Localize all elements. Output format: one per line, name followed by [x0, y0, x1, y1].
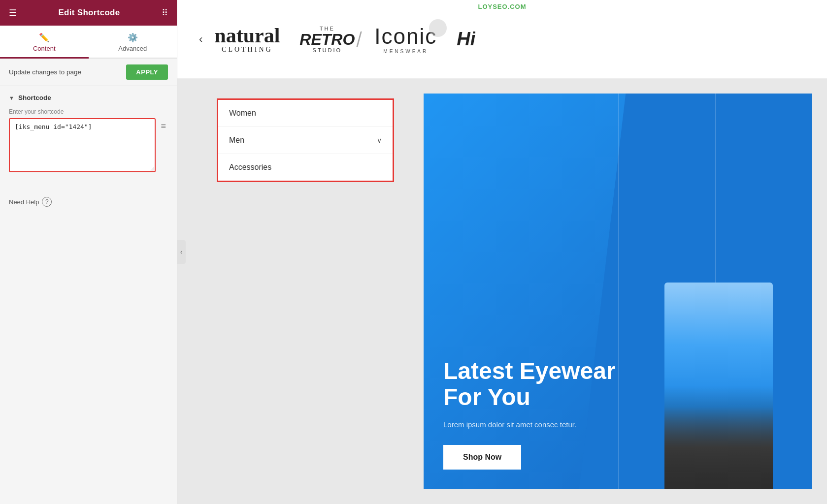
clear-icon: ≡: [161, 121, 166, 131]
section-arrow-icon: ▼: [9, 95, 14, 101]
shortcode-section: ▼ Shortcode Enter your shortcode [iks_me…: [0, 86, 177, 172]
tabs-row: ✏️ Content ⚙️ Advanced: [0, 26, 177, 59]
apply-button[interactable]: APPLY: [126, 64, 168, 80]
section-header: ▼ Shortcode: [9, 94, 168, 101]
collapse-panel-button[interactable]: ‹: [177, 240, 186, 264]
menu-item-women-label: Women: [229, 109, 256, 118]
menu-preview-container: Women Men ∨ Accessories: [197, 94, 414, 489]
retro-slash: /: [354, 28, 364, 51]
shortcode-input-wrap: [iks_menu id="1424"] ≡: [9, 118, 168, 172]
menswear-text: MENSWEAR: [374, 49, 437, 54]
hamburger-icon[interactable]: ☰: [9, 7, 17, 18]
section-title: Shortcode: [18, 94, 51, 101]
brand-nav-prev-button[interactable]: ‹: [192, 33, 209, 46]
shop-now-button[interactable]: Shop Now: [443, 445, 521, 470]
clear-button[interactable]: ≡: [159, 119, 168, 133]
tab-advanced[interactable]: ⚙️ Advanced: [89, 27, 177, 59]
menu-item-accessories[interactable]: Accessories: [218, 154, 393, 181]
shortcode-label: Enter your shortcode: [9, 108, 168, 115]
banner-subtitle: Lorem ipsum dolor sit amet consec tetur.: [443, 419, 621, 431]
iconic-text: Iconic: [374, 24, 437, 49]
shortcode-textarea[interactable]: [iks_menu id="1424"]: [9, 118, 156, 172]
menu-item-women[interactable]: Women: [218, 100, 393, 127]
main-area: Women Men ∨ Accessories Latest Eyewear F…: [177, 79, 827, 504]
retro-text: RETRO: [299, 32, 355, 47]
collapse-icon: ‹: [180, 249, 182, 255]
panel-title: Edit Shortcode: [58, 8, 120, 18]
iconic-circle: [429, 19, 447, 37]
brand-bar: ‹ natural CLOTHING THE RETRO STUDIO /: [177, 0, 827, 79]
tab-content[interactable]: ✏️ Content: [0, 27, 89, 59]
menu-item-accessories-label: Accessories: [229, 163, 271, 172]
brand-logos: natural CLOTHING THE RETRO STUDIO / Icon…: [214, 24, 812, 54]
tab-advanced-label: Advanced: [118, 45, 147, 52]
brand-logo-iconic: Iconic MENSWEAR: [374, 24, 437, 54]
update-label: Update changes to page: [9, 68, 81, 76]
brand-logo-hi: Hi: [457, 29, 475, 50]
need-help[interactable]: Need Help ?: [0, 187, 177, 217]
banner-person-image: [664, 283, 773, 489]
menu-item-men-label: Men: [229, 136, 244, 145]
brand-logo-natural: natural CLOTHING: [214, 25, 280, 54]
content-tab-icon: ✏️: [39, 32, 49, 43]
panel-header: ☰ Edit Shortcode ⠿: [0, 0, 177, 26]
advanced-tab-icon: ⚙️: [128, 32, 138, 43]
tab-content-label: Content: [33, 45, 56, 52]
menu-preview-box: Women Men ∨ Accessories: [217, 98, 394, 182]
natural-text: natural: [214, 25, 280, 46]
menu-item-men[interactable]: Men ∨: [218, 127, 393, 154]
update-bar: Update changes to page APPLY: [0, 59, 177, 86]
banner-title: Latest Eyewear For You: [443, 358, 621, 410]
loyseo-watermark: LOYSEO.COM: [478, 3, 526, 10]
chevron-down-icon: ∨: [377, 136, 382, 144]
help-circle-icon: ?: [42, 197, 52, 207]
need-help-label: Need Help: [9, 198, 39, 206]
clothing-text: CLOTHING: [214, 46, 280, 54]
banner-content: Latest Eyewear For You Lorem ipsum dolor…: [443, 358, 621, 470]
brand-logo-retro: THE RETRO STUDIO /: [299, 26, 355, 53]
grid-icon[interactable]: ⠿: [162, 7, 168, 18]
left-panel: ☰ Edit Shortcode ⠿ ✏️ Content ⚙️ Advance…: [0, 0, 177, 504]
right-content: LOYSEO.COM ‹ natural CLOTHING THE RETRO …: [177, 0, 827, 504]
eyewear-banner: Latest Eyewear For You Lorem ipsum dolor…: [424, 94, 812, 489]
